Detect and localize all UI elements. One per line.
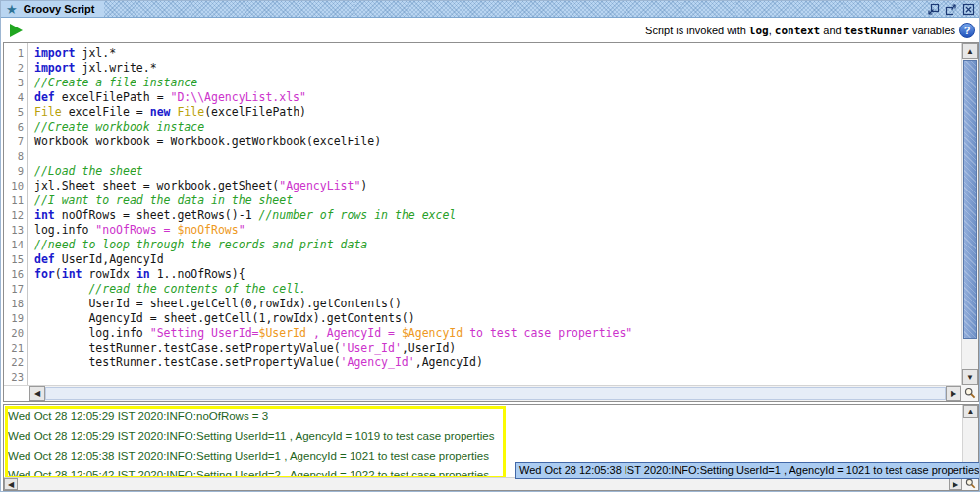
line-number: 15 <box>4 252 27 267</box>
code-token: jxl.* <box>76 46 117 60</box>
scroll-up-button[interactable]: ▲ <box>962 43 978 59</box>
hint-variable: context <box>775 25 820 37</box>
editor-hscrollbar[interactable]: ◀ ▶ <box>29 385 961 401</box>
editor-vscroll-thumb[interactable] <box>963 60 977 339</box>
code-token: ,UserId) <box>402 341 456 355</box>
log-scroll-left-button[interactable]: ◀ <box>4 478 18 490</box>
line-number: 12 <box>4 208 27 223</box>
code-token: 'Agency_Id' <box>341 355 415 369</box>
code-line[interactable]: //read the contents of the cell. <box>34 282 961 297</box>
code-line[interactable] <box>34 370 961 385</box>
code-token: ) <box>360 179 367 192</box>
log-entry[interactable]: Wed Oct 28 12:05:29 IST 2020:INFO:Settin… <box>8 426 961 446</box>
code-area[interactable]: import jxl.*import jxl.write.*//Create a… <box>29 43 961 385</box>
run-script-button[interactable] <box>10 24 23 37</box>
scroll-left-button[interactable]: ◀ <box>29 386 45 401</box>
code-line[interactable]: log.info "Setting UserId=$UserId , Agenc… <box>34 326 961 341</box>
line-number: 1 <box>4 46 27 61</box>
code-line[interactable]: log.info "noOfRows = $noOfRows" <box>34 223 961 238</box>
code-line[interactable]: //Load the sheet <box>34 164 961 179</box>
line-number: 20 <box>4 326 27 341</box>
code-line[interactable]: def excelFilePath = "D:\\AgencyList.xls" <box>34 90 961 105</box>
code-line[interactable] <box>34 149 961 164</box>
code-token: "Setting UserId= <box>150 326 259 340</box>
code-token: $AgencyId <box>402 326 463 340</box>
code-line[interactable]: jxl.Sheet sheet = workbook.getSheet("Age… <box>34 179 961 193</box>
up-arrow-icon: ▲ <box>967 408 975 416</box>
line-number: 2 <box>4 61 27 76</box>
code-token: 1..noOfRows){ <box>150 267 245 281</box>
code-line[interactable]: //Create workbook instace <box>34 120 961 135</box>
code-line[interactable]: UserId = sheet.getCell(0,rowIdx).getCont… <box>34 297 961 311</box>
code-line[interactable]: //need to loop through the records and p… <box>34 238 961 252</box>
line-number: 21 <box>4 341 27 355</box>
code-token: int <box>34 208 55 222</box>
right-arrow-icon: ▶ <box>951 389 956 398</box>
maximize-window-button[interactable] <box>945 3 957 16</box>
groovy-script-panel: ★ Groovy Script <box>0 0 980 492</box>
code-token: 'User_Id' <box>341 341 402 355</box>
code-token: import <box>34 61 76 75</box>
left-arrow-icon: ◀ <box>8 480 14 489</box>
log-entry[interactable]: Wed Oct 28 12:05:29 IST 2020:INFO:noOfRo… <box>8 407 961 426</box>
close-window-button[interactable] <box>962 3 975 16</box>
line-number: 17 <box>4 282 27 297</box>
code-token <box>34 282 88 296</box>
code-token: jxl.write.* <box>76 61 157 75</box>
code-token: //Create workbook instace <box>34 120 204 134</box>
code-token: log.info <box>34 326 150 340</box>
code-line[interactable]: //Create a file instance <box>34 76 961 90</box>
code-token: //number of rows in the excel <box>259 208 457 222</box>
float-window-button[interactable] <box>927 3 940 16</box>
editor-hscroll-thumb[interactable] <box>45 387 946 400</box>
code-line[interactable]: def UserId,AgencyId <box>34 252 961 267</box>
scroll-right-button[interactable]: ▶ <box>946 386 961 401</box>
code-line[interactable]: testRunner.testCase.setPropertyValue('Ag… <box>34 355 961 370</box>
maximize-window-icon <box>947 5 956 15</box>
line-number: 11 <box>4 193 27 208</box>
code-token: //need to loop through the records and p… <box>34 238 367 251</box>
help-button[interactable]: ? <box>959 23 975 38</box>
code-line[interactable]: testRunner.testCase.setPropertyValue('Us… <box>34 341 961 355</box>
log-scroll-right-button[interactable]: ▶ <box>949 478 962 490</box>
code-token: to test case properties" <box>463 326 632 340</box>
code-line[interactable]: Workbook workbook = Workbook.getWorkbook… <box>34 135 961 149</box>
code-token: rowIdx <box>82 267 136 281</box>
magnifier-icon <box>964 387 976 399</box>
left-arrow-icon: ◀ <box>34 389 40 398</box>
code-line[interactable]: int noOfRows = sheet.getRows()-1 //numbe… <box>34 208 961 223</box>
code-token: //read the contents of the cell. <box>88 282 306 296</box>
code-line[interactable]: import jxl.* <box>34 46 961 61</box>
code-line[interactable]: import jxl.write.* <box>34 61 961 76</box>
editor-magnifier-button[interactable] <box>961 385 978 401</box>
toolbar-hint: Script is invoked with log, context and … <box>645 19 955 42</box>
help-icon: ? <box>964 25 971 36</box>
down-arrow-icon: ▼ <box>966 373 974 382</box>
code-token: def <box>34 252 55 266</box>
line-number: 16 <box>4 267 27 282</box>
hint-variable: log <box>749 25 769 37</box>
star-icon: ★ <box>6 3 18 16</box>
code-line[interactable]: File excelFile = new File(excelFilePath) <box>34 105 961 120</box>
code-token: testRunner.testCase.setPropertyValue( <box>34 355 341 369</box>
line-number: 7 <box>4 135 27 149</box>
code-token: (excelFilePath) <box>204 105 306 119</box>
line-number: 6 <box>4 120 27 135</box>
line-number: 19 <box>4 311 27 326</box>
code-line[interactable]: AgencyId = sheet.getCell(1,rowIdx).getCo… <box>34 311 961 326</box>
code-token: //Load the sheet <box>34 164 143 178</box>
line-number: 9 <box>4 164 27 179</box>
log-scroll-up-button[interactable]: ▲ <box>963 405 978 418</box>
float-window-icon <box>929 4 939 14</box>
code-line[interactable]: for(int rowIdx in 1..noOfRows){ <box>34 267 961 282</box>
line-number: 3 <box>4 76 27 90</box>
code-token: for <box>34 267 55 281</box>
scroll-down-button[interactable]: ▼ <box>962 369 978 385</box>
code-token: File <box>34 105 62 119</box>
line-number: 18 <box>4 297 27 311</box>
editor-scroll-corner-left <box>4 385 29 401</box>
line-number: 14 <box>4 238 27 252</box>
editor-vscrollbar[interactable]: ▲ ▼ <box>961 43 978 385</box>
code-token: int <box>62 267 82 281</box>
code-line[interactable]: //I want to read the data in the sheet <box>34 193 961 208</box>
